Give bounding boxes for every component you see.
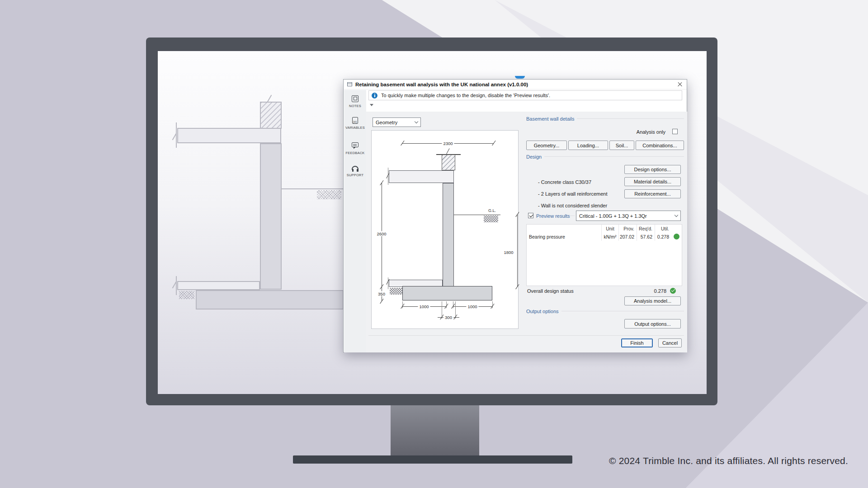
geometry-button[interactable]: Geometry... bbox=[526, 141, 567, 150]
result-prov: 207.02 bbox=[618, 232, 637, 241]
break-mark bbox=[446, 148, 450, 154]
masonry-wall bbox=[442, 155, 455, 170]
monitor-bezel: Retaining basement wall analysis with th… bbox=[146, 38, 717, 405]
result-reqd: 57.62 bbox=[637, 232, 655, 241]
pass-icon bbox=[670, 288, 676, 294]
faded-break-mark bbox=[267, 95, 272, 103]
overall-status-label: Overall design status bbox=[527, 288, 574, 294]
feedback-icon bbox=[352, 142, 359, 147]
dialog-retaining-wall: Retaining basement wall analysis with th… bbox=[343, 79, 687, 352]
dim-label-retained-height: 1800 bbox=[502, 250, 514, 255]
combination-select[interactable]: Critical - 1.00G + 1.3Q + 1.3Qr bbox=[576, 211, 681, 221]
diagram-panel: 2300 G.L. bbox=[371, 130, 519, 329]
support-icon bbox=[352, 166, 359, 170]
faded-ground-line bbox=[282, 188, 343, 189]
analysis-only-checkbox[interactable] bbox=[672, 129, 678, 134]
dim-label-base-thickness: 350 bbox=[377, 291, 387, 296]
col-header-unit: Unit bbox=[601, 225, 618, 232]
sidebar-item-label: SUPPORT bbox=[347, 173, 364, 177]
material-details-button[interactable]: Material details... bbox=[624, 177, 681, 186]
info-message: To quickly make multiple changes to the … bbox=[381, 93, 550, 98]
pass-icon bbox=[674, 234, 679, 239]
section-output-options: Output options bbox=[526, 308, 684, 314]
chevron-down-icon bbox=[675, 213, 678, 217]
view-select-value: Geometry bbox=[376, 120, 397, 125]
combination-value: Critical - 1.00G + 1.3Q + 1.3Qr bbox=[579, 213, 647, 219]
faded-top-slab bbox=[177, 128, 281, 143]
sidebar-item-label: FEEDBACK bbox=[345, 151, 364, 155]
faded-wall-stem bbox=[260, 143, 282, 290]
section-header: Output options bbox=[526, 309, 559, 314]
sidebar-item-support[interactable]: SUPPORT bbox=[344, 166, 366, 177]
dim-label-heel-width: 1000 bbox=[466, 304, 478, 309]
rule bbox=[568, 216, 575, 216]
reinforcement-button[interactable]: Reinforcement... bbox=[624, 189, 681, 198]
design-note: - Wall is not considered slender bbox=[538, 203, 607, 208]
top-slab bbox=[389, 170, 454, 183]
analysis-only-label: Analysis only bbox=[588, 129, 665, 135]
info-banner: To quickly make multiple changes to the … bbox=[368, 90, 682, 100]
view-select[interactable]: Geometry bbox=[373, 117, 421, 127]
faded-soil-hatch bbox=[317, 190, 341, 199]
window-icon bbox=[347, 82, 352, 86]
result-util: 0.278 bbox=[655, 232, 671, 241]
logo-fragment bbox=[515, 76, 525, 79]
monitor-screen: Retaining basement wall analysis with th… bbox=[158, 51, 707, 394]
wall-stem bbox=[443, 183, 454, 287]
dim-label-wall-thickness: 300 bbox=[443, 315, 453, 320]
preview-results-label: Preview results bbox=[536, 213, 570, 219]
dialog-titlebar[interactable]: Retaining basement wall analysis with th… bbox=[344, 80, 687, 89]
col-header-util: Util. bbox=[655, 225, 671, 232]
section-design: Design bbox=[526, 154, 684, 160]
sidebar-item-label: NOTES bbox=[349, 104, 361, 108]
dialog-title: Retaining basement wall analysis with th… bbox=[355, 82, 528, 87]
copyright-text: © 2024 Trimble Inc. and its affiliates. … bbox=[609, 455, 848, 466]
footer-divider bbox=[368, 335, 684, 336]
chevron-down-icon bbox=[415, 120, 418, 123]
analysis-model-button[interactable]: Analysis model... bbox=[624, 296, 681, 305]
notes-icon bbox=[352, 95, 359, 102]
chevron-down-icon[interactable] bbox=[370, 104, 373, 106]
section-basement-wall-details: Basement wall details bbox=[526, 116, 684, 122]
result-name: Bearing pressure bbox=[527, 234, 601, 239]
col-header-prov: Prov. bbox=[618, 225, 637, 232]
faded-slab-end-line bbox=[176, 276, 177, 295]
sidebar-item-feedback[interactable]: FEEDBACK bbox=[344, 142, 366, 155]
slab-end-line bbox=[388, 168, 388, 185]
faded-footing bbox=[196, 290, 344, 310]
info-icon bbox=[372, 93, 377, 99]
results-table-header: Unit Prov. Req'd. Util. bbox=[527, 225, 682, 232]
page: Retaining basement wall analysis with th… bbox=[0, 0, 868, 488]
variables-icon bbox=[352, 117, 358, 124]
finish-button[interactable]: Finish bbox=[621, 338, 653, 347]
faded-slab-end-line bbox=[176, 122, 177, 148]
faded-soil-hatch bbox=[179, 291, 194, 299]
monitor-stand-base bbox=[293, 455, 572, 464]
preview-results-checkbox[interactable] bbox=[528, 213, 533, 218]
combinations-button[interactable]: Combinations... bbox=[636, 141, 684, 150]
ground-label: G.L. bbox=[488, 208, 496, 213]
col-header-reqd: Req'd. bbox=[637, 225, 655, 232]
footing bbox=[402, 286, 492, 300]
result-unit: kN/m² bbox=[601, 232, 618, 241]
soil-button[interactable]: Soil... bbox=[609, 141, 634, 150]
close-icon[interactable] bbox=[676, 81, 684, 88]
sidebar-item-notes[interactable]: NOTES bbox=[344, 95, 366, 108]
results-table: Unit Prov. Req'd. Util. Bearing pressure… bbox=[526, 224, 682, 286]
dialog-sidebar: NOTES VARIABLES FEEDBACK SUPPORT bbox=[344, 90, 366, 352]
dim-line bbox=[517, 215, 518, 287]
soil-hatch bbox=[484, 216, 498, 222]
overall-status-value: 0.278 bbox=[637, 288, 666, 294]
dim-label-toe-width: 1000 bbox=[418, 304, 430, 309]
output-options-button[interactable]: Output options... bbox=[624, 319, 681, 328]
design-options-button[interactable]: Design options... bbox=[624, 165, 681, 174]
design-note: - Concrete class C30/37 bbox=[538, 179, 591, 185]
faded-basement-slab bbox=[177, 281, 260, 290]
cancel-button[interactable]: Cancel bbox=[658, 338, 682, 347]
table-row-bearing-pressure[interactable]: Bearing pressure kN/m² 207.02 57.62 0.27… bbox=[527, 232, 682, 241]
monitor-stand-neck bbox=[391, 405, 479, 455]
loading-button[interactable]: Loading... bbox=[568, 141, 608, 150]
sidebar-item-variables[interactable]: VARIABLES bbox=[344, 117, 366, 130]
faded-masonry-wall bbox=[260, 102, 282, 129]
dim-label-top-width: 2300 bbox=[442, 141, 454, 146]
